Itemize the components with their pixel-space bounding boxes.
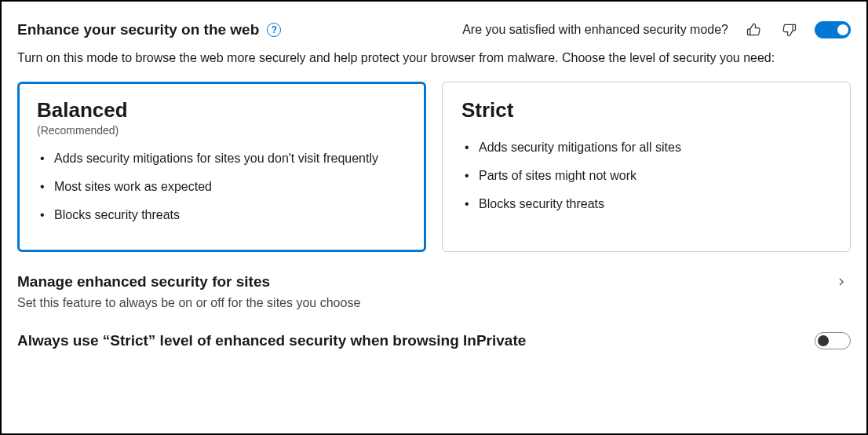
thumbs-up-icon — [746, 22, 761, 38]
security-level-balanced-card[interactable]: Balanced (Recommended) Adds security mit… — [17, 82, 426, 252]
manage-sites-row[interactable]: Manage enhanced security for sites — [17, 272, 851, 291]
list-item: Blocks security threats — [461, 195, 831, 214]
enhanced-security-toggle[interactable] — [815, 21, 851, 38]
thumbs-down-button[interactable] — [779, 19, 801, 41]
manage-sites-description: Set this feature to always be on or off … — [17, 296, 851, 310]
mode-description: Turn on this mode to browse the web more… — [17, 49, 851, 68]
security-level-strict-card[interactable]: Strict Adds security mitigations for all… — [442, 82, 851, 252]
chevron-right-icon — [832, 272, 851, 291]
inprivate-strict-title: Always use “Strict” level of enhanced se… — [17, 332, 526, 349]
manage-sites-title: Manage enhanced security for sites — [17, 273, 270, 291]
list-item: Parts of sites might not work — [461, 166, 831, 185]
list-item: Blocks security threats — [37, 206, 407, 225]
list-item: Adds security mitigations for all sites — [461, 138, 831, 157]
thumbs-up-button[interactable] — [742, 19, 764, 41]
list-item: Most sites work as expected — [37, 177, 407, 196]
card-title: Balanced — [37, 98, 407, 122]
help-icon[interactable]: ? — [267, 23, 281, 37]
card-subtitle: (Recommended) — [37, 124, 407, 137]
thumbs-down-icon — [782, 22, 797, 38]
card-title: Strict — [461, 98, 831, 122]
page-title: Enhance your security on the web — [17, 21, 259, 38]
feedback-question: Are you satisfied with enhanced security… — [462, 23, 728, 37]
inprivate-strict-toggle[interactable] — [815, 332, 851, 349]
list-item: Adds security mitigations for sites you … — [37, 149, 407, 168]
